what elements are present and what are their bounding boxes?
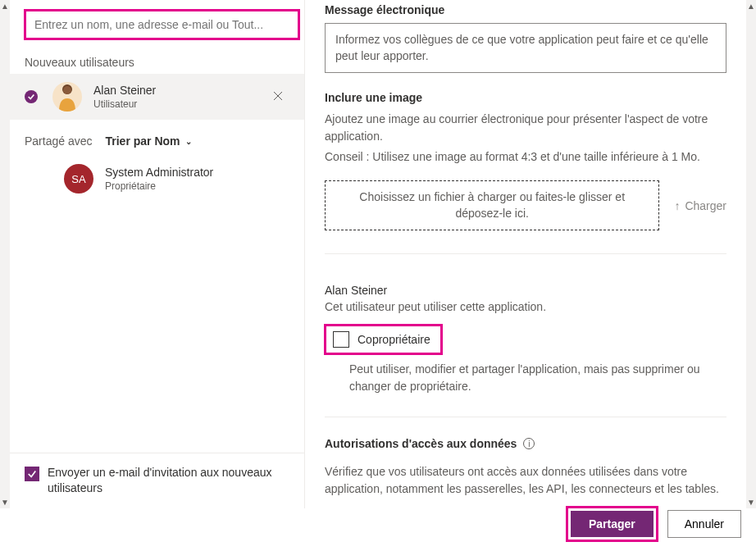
upload-button[interactable]: ↑ Charger bbox=[674, 199, 726, 212]
person-icon bbox=[56, 82, 79, 112]
invite-checkbox[interactable] bbox=[25, 467, 39, 481]
left-panel: Nouveaux utilisateurs Alan Steiner Utili… bbox=[10, 0, 305, 508]
permission-user-desc: Cet utilisateur peut utiliser cette appl… bbox=[325, 300, 726, 313]
share-button[interactable]: Partager bbox=[571, 511, 654, 537]
sort-dropdown[interactable]: Trier par Nom ⌄ bbox=[106, 134, 192, 148]
search-input[interactable] bbox=[34, 18, 289, 31]
coowner-checkbox[interactable] bbox=[333, 331, 349, 348]
invite-checkbox-label: Envoyer un e-mail d'invitation aux nouve… bbox=[48, 465, 289, 497]
upload-label: Charger bbox=[685, 199, 726, 212]
shared-user-row[interactable]: SA System Administrator Propriétaire bbox=[10, 156, 304, 202]
email-message-input[interactable]: Informez vos collègues de ce que votre a… bbox=[325, 23, 726, 73]
permission-user-name: Alan Steiner bbox=[325, 284, 726, 297]
info-icon[interactable]: i bbox=[523, 438, 535, 449]
image-dropzone[interactable]: Choisissez un fichier à charger ou faite… bbox=[325, 180, 659, 230]
new-user-row[interactable]: Alan Steiner Utilisateur bbox=[10, 74, 304, 120]
new-users-heading: Nouveaux utilisateurs bbox=[10, 51, 304, 74]
user-role: Propriétaire bbox=[105, 180, 289, 192]
coowner-explain: Peut utiliser, modifier et partager l'ap… bbox=[325, 361, 726, 395]
avatar bbox=[52, 82, 82, 112]
avatar: SA bbox=[64, 164, 93, 194]
left-scrollbar[interactable]: ▲ ▼ bbox=[0, 0, 10, 508]
selected-check-icon bbox=[25, 90, 38, 103]
user-name: Alan Steiner bbox=[93, 84, 266, 97]
share-button-highlight: Partager bbox=[567, 507, 658, 541]
sort-label-text: Trier par Nom bbox=[106, 134, 180, 148]
search-box-highlight bbox=[25, 10, 299, 39]
data-access-heading-text: Autorisations d'accès aux données bbox=[325, 437, 517, 450]
check-icon bbox=[27, 469, 37, 479]
coowner-highlight: Copropriétaire bbox=[325, 325, 442, 354]
user-name: System Administrator bbox=[105, 166, 289, 179]
scroll-down-icon: ▼ bbox=[1, 496, 9, 508]
upload-icon: ↑ bbox=[674, 199, 680, 212]
footer: Partager Annuler bbox=[552, 497, 756, 551]
invite-checkbox-row[interactable]: Envoyer un e-mail d'invitation aux nouve… bbox=[10, 453, 304, 508]
scroll-up-icon: ▲ bbox=[1, 0, 9, 12]
right-panel: Message électronique Informez vos collèg… bbox=[305, 0, 746, 508]
user-role: Utilisateur bbox=[93, 98, 266, 110]
close-icon bbox=[273, 91, 283, 101]
data-access-description: Vérifiez que vos utilisateurs ont accès … bbox=[325, 463, 726, 498]
chevron-down-icon: ⌄ bbox=[185, 137, 192, 146]
cancel-button[interactable]: Annuler bbox=[667, 510, 741, 538]
coowner-label: Copropriétaire bbox=[358, 333, 430, 346]
image-tip: Conseil : Utilisez une image au format 4… bbox=[325, 148, 726, 166]
remove-user-button[interactable] bbox=[266, 87, 289, 107]
svg-point-1 bbox=[63, 86, 71, 94]
scroll-up-icon: ▲ bbox=[747, 0, 755, 12]
email-heading: Message électronique bbox=[325, 3, 726, 16]
data-access-heading: Autorisations d'accès aux données i bbox=[325, 437, 726, 450]
shared-with-heading: Partagé avec bbox=[25, 134, 93, 148]
image-description: Ajoutez une image au courrier électroniq… bbox=[325, 111, 726, 145]
image-heading: Inclure une image bbox=[325, 91, 726, 104]
right-scrollbar[interactable]: ▲ ▼ bbox=[746, 0, 756, 508]
